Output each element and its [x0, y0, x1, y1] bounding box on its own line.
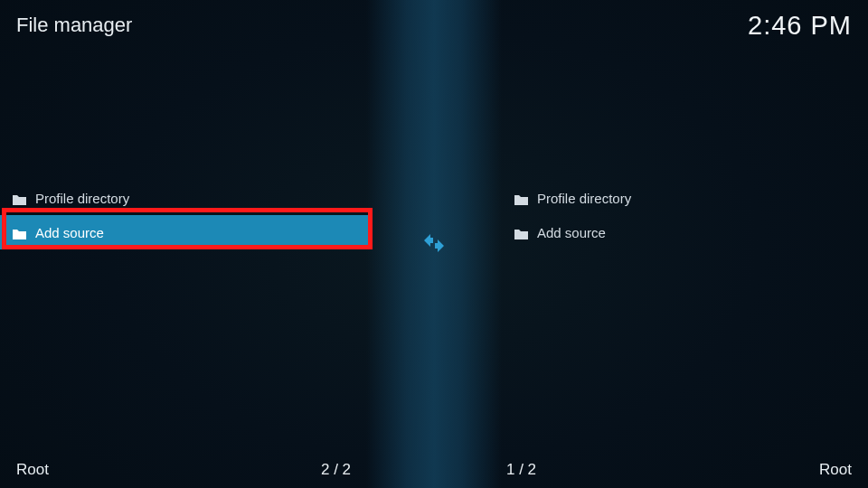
folder-icon — [13, 192, 26, 203]
right-item-counter: 1 / 2 — [506, 461, 536, 479]
list-item-label: Add source — [537, 225, 606, 240]
left-location-label: Root — [16, 461, 49, 479]
list-item-label: Profile directory — [35, 191, 129, 206]
list-item[interactable]: Profile directory — [502, 181, 868, 215]
right-file-panel: Profile directory Add source — [502, 181, 868, 249]
list-item-label: Add source — [35, 225, 104, 240]
folder-icon — [13, 227, 26, 238]
swap-arrows-icon[interactable] — [421, 230, 447, 256]
folder-icon — [514, 192, 528, 203]
left-file-panel: Profile directory Add source — [0, 181, 371, 249]
left-item-counter: 2 / 2 — [321, 461, 351, 479]
page-title: File manager — [16, 14, 132, 37]
list-item[interactable]: Profile directory — [0, 181, 371, 215]
folder-icon — [514, 227, 528, 238]
right-location-label: Root — [819, 461, 852, 479]
list-item-add-source[interactable]: Add source — [0, 215, 371, 249]
list-item-label: Profile directory — [537, 191, 631, 206]
list-item[interactable]: Add source — [502, 215, 868, 249]
clock: 2:46 PM — [748, 11, 852, 41]
footer-bar: Root 2 / 2 1 / 2 Root — [0, 452, 868, 488]
